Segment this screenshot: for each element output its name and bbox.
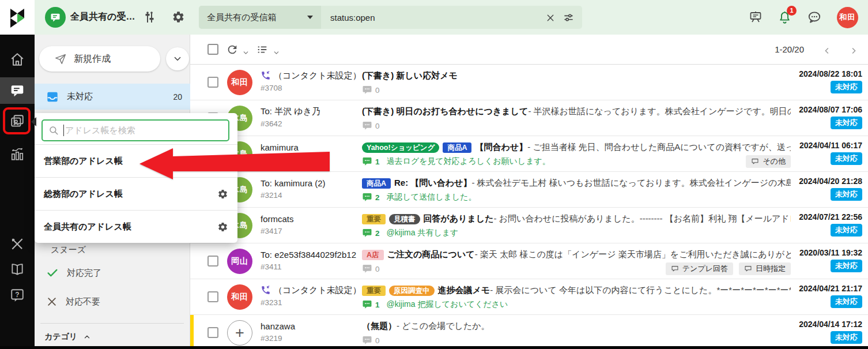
inbox-switch-icon[interactable] [143, 10, 157, 24]
quick-label[interactable]: テンプレ回答 [666, 262, 733, 275]
tag-badge: 商品A [362, 178, 391, 189]
list-view-button[interactable] [256, 43, 269, 56]
folder-item-untreated[interactable]: 未対応 20 [35, 84, 190, 110]
inbox-icon-badge [45, 7, 66, 28]
inbox-settings-gear-icon[interactable] [172, 10, 185, 24]
sidebar-item-help[interactable]: ? [0, 282, 35, 309]
quick-label[interactable]: その他 [746, 155, 791, 168]
contact-name: hanzawa [261, 321, 295, 331]
subject: 回答がありました [424, 213, 494, 224]
notifications-bell-icon[interactable]: 1 [778, 10, 792, 25]
subject: （無題） [362, 321, 397, 332]
refresh-dropdown-icon[interactable] [242, 47, 250, 58]
pagination-prev-icon[interactable] [822, 45, 832, 56]
avatar: 和田 [227, 284, 252, 310]
tag-badge: 商品A [443, 142, 471, 153]
sidebar-item-home[interactable] [0, 46, 35, 73]
contact-column: To: 半沢 ゆき乃 #3642 [261, 105, 356, 128]
row-checkbox[interactable] [207, 256, 218, 267]
preview: - お問い合わせに投稿がありました。-------- 【お名前】利礼 翔【メール… [494, 213, 791, 224]
addressbook-item-label: 全員共有のアドレス帳 [44, 222, 131, 232]
addressbook-search-placeholder: アドレス帳を検索 [65, 125, 135, 136]
contact-name: （コンタクト未設定） [274, 285, 356, 296]
category-label: カテゴリ [44, 332, 77, 342]
comment-text: 承認して送信しました。 [387, 192, 477, 202]
ticket-list: 和田 （コンタクト未設定） #3708 (下書き) 新しい応対メモ 0 [190, 65, 868, 349]
subject-column: (下書き) 新しい応対メモ 0 [362, 69, 791, 96]
ticket-row[interactable]: 和田 （コンタクト未設定） #3231 重要原因調査中 進捗会議メモ - 展示会… [190, 279, 868, 315]
addressbook-settings-gear-icon[interactable] [217, 221, 228, 232]
app-header: 全員共有の受… 全員共有の受信箱 status:open 1 和田 [35, 0, 868, 35]
clear-search-icon[interactable] [546, 12, 555, 22]
phone-call-icon [261, 285, 271, 295]
addressbook-search-input[interactable]: アドレス帳を検索 [41, 119, 229, 141]
ticket-row[interactable]: 木島 formcats #3417 重要見積書 回答がありました - お問い合わ… [190, 208, 868, 243]
home-icon [10, 52, 25, 67]
subject-column: 重要原因調査中 進捗会議メモ - 展示会について 今年は以下の内容にて行うことに… [362, 284, 791, 311]
folder-snooze-label: スヌーズ [51, 245, 86, 256]
avatar: 岡山 [227, 249, 252, 274]
inbox-tray-icon [46, 91, 59, 103]
ticket-row[interactable]: 和田 （コンタクト未設定） #3708 (下書き) 新しい応対メモ 0 [190, 65, 868, 100]
row-checkbox[interactable] [207, 291, 218, 302]
preview: - 半沢様お世話になっております。株式会社インゲージです。明日のお打ち… [528, 106, 791, 117]
comment-count: 1 [375, 157, 380, 166]
user-avatar[interactable]: 和田 [837, 7, 858, 28]
folder-no-need-label: 対応不要 [66, 297, 100, 307]
category-section-header[interactable]: カテゴリ [44, 332, 91, 342]
paper-plane-icon [54, 52, 67, 65]
ticket-row[interactable]: 岡山 To: e2e53f3844029f2b12e #3411 A店 ご注文の… [190, 243, 868, 279]
ticket-row[interactable]: + hanzawa #3219 （無題） - どこの会場でしたか。 0 [190, 315, 868, 349]
app-logo[interactable] [0, 0, 35, 35]
tag-badge: 見積書 [389, 214, 420, 224]
chat-support-icon[interactable] [807, 10, 822, 25]
chevron-up-icon [83, 333, 91, 341]
announcement-board-icon[interactable] [749, 10, 763, 24]
ticket-row[interactable]: 木島 To: 半沢 ゆき乃 #3642 (下書き) 明日のお打ち合わせにつきまし… [190, 100, 868, 136]
received-date: 2020/03/11 19:32 [793, 248, 862, 257]
addressbook-item-general-affairs[interactable]: 総務部のアドレス帳 [35, 177, 237, 210]
quick-label-text: その他 [763, 156, 786, 167]
quick-label[interactable]: 日時指定 [739, 262, 791, 275]
meta-column: 2024/04/11 06:17 未対応 [793, 141, 862, 165]
current-inbox-title: 全員共有の受… [70, 11, 135, 23]
sidebar-item-tickets[interactable] [0, 77, 35, 104]
sidebar-item-tools[interactable] [0, 231, 35, 257]
refresh-button[interactable] [226, 43, 239, 56]
search-scope-dropdown[interactable]: 全員共有の受信箱 [199, 6, 321, 29]
bottom-edge [0, 346, 868, 349]
pagination-next-icon[interactable] [848, 45, 859, 56]
quick-labels: テンプレ回答日時指定 [660, 262, 791, 275]
folder-item-done[interactable]: 対応完了 [35, 263, 190, 283]
search-query-input[interactable]: status:open [321, 13, 546, 22]
chevron-down-icon [172, 54, 183, 64]
addressbook-settings-gear-icon[interactable] [217, 188, 228, 200]
comment-bubble-icon [362, 85, 372, 95]
meta-column: 2024/04/21 21:17 未対応 [793, 284, 862, 308]
addressbook-item-shared[interactable]: 全員共有のアドレス帳 [35, 210, 237, 243]
subject: Re: 【問い合わせ】 [394, 178, 471, 189]
tag-badge: Yahoo!ショッピング [362, 142, 439, 153]
comment-count: 2 [375, 193, 380, 202]
select-all-checkbox[interactable] [207, 44, 218, 55]
check-icon [46, 267, 59, 279]
row-checkbox[interactable] [207, 77, 218, 88]
status-badge: 未対応 [831, 295, 862, 308]
received-date: 2024/07/21 22:56 [793, 212, 862, 222]
folder-item-snooze[interactable]: スヌーズ [35, 240, 190, 260]
search-filter-icon[interactable] [563, 12, 574, 22]
row-checkbox[interactable] [207, 327, 218, 338]
book-icon [10, 262, 25, 277]
folder-item-no-need[interactable]: 対応不要 [35, 292, 190, 312]
contact-column: （コンタクト未設定） #3231 [261, 284, 356, 307]
compose-dropdown-button[interactable] [166, 47, 189, 70]
comment-bubble-icon [362, 264, 372, 274]
comment-indicator: 2 [362, 228, 380, 238]
comment-bubble-icon [362, 156, 372, 167]
sidebar-item-analytics[interactable] [0, 141, 35, 167]
addressbook-item-label: 営業部のアドレス帳 [44, 156, 123, 167]
list-view-dropdown-icon[interactable] [273, 47, 280, 58]
search-bar[interactable]: 全員共有の受信箱 status:open [199, 6, 582, 29]
sidebar-item-manual[interactable] [0, 256, 35, 283]
compose-button[interactable]: 新規作成 [39, 46, 160, 72]
